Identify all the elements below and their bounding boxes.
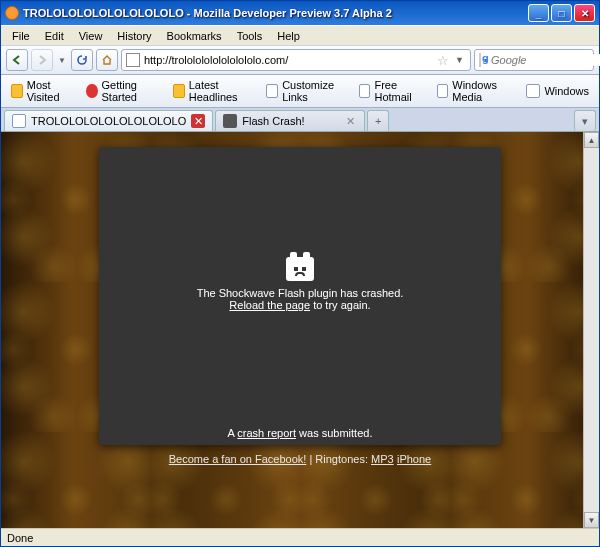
- crash-reload-line: Reload the page to try again.: [197, 299, 404, 311]
- rss-icon: [173, 84, 185, 98]
- bookmark-customize-links[interactable]: Customize Links: [261, 77, 352, 105]
- plugin-crash-notice: The Shockwave Flash plugin has crashed. …: [99, 147, 501, 445]
- title-bar[interactable]: TROLOLOLOLOLOLOLOLOLO - Mozilla Develope…: [1, 1, 599, 25]
- scroll-down-button[interactable]: ▼: [584, 512, 599, 528]
- url-dropdown-icon[interactable]: ▼: [453, 55, 466, 65]
- bookmark-star-icon[interactable]: ☆: [433, 53, 453, 68]
- reload-button[interactable]: [71, 49, 93, 71]
- nav-toolbar: ▼ ☆ ▼ ▾: [1, 45, 599, 75]
- tab-trololo[interactable]: TROLOLOLOLOLOLOLOLOLO ✕: [4, 110, 213, 131]
- tab-close-icon[interactable]: ✕: [191, 114, 205, 128]
- facebook-fan-link[interactable]: Become a fan on Facebook!: [169, 453, 307, 465]
- firefox-icon: [5, 6, 19, 20]
- scroll-track[interactable]: [584, 148, 599, 512]
- home-button[interactable]: [96, 49, 118, 71]
- bookmarks-toolbar: Most Visited Getting Started Latest Head…: [1, 75, 599, 108]
- menu-history[interactable]: History: [110, 28, 158, 44]
- ringtone-iphone-link[interactable]: iPhone: [397, 453, 431, 465]
- new-tab-button[interactable]: +: [367, 110, 389, 131]
- page-icon: [12, 114, 26, 128]
- menu-file[interactable]: File: [5, 28, 37, 44]
- nav-dropdown-icon[interactable]: ▼: [56, 56, 68, 65]
- bookmark-label: Getting Started: [102, 79, 162, 103]
- plugin-icon: [223, 114, 237, 128]
- browser-window: TROLOLOLOLOLOLOLOLOLO - Mozilla Develope…: [0, 0, 600, 547]
- bookmark-latest-headlines[interactable]: Latest Headlines: [168, 77, 260, 105]
- crash-suffix: to try again.: [310, 299, 371, 311]
- content-area: The Shockwave Flash plugin has crashed. …: [1, 132, 599, 528]
- bookmark-label: Latest Headlines: [189, 79, 256, 103]
- page-icon: [266, 84, 278, 98]
- back-button[interactable]: [6, 49, 28, 71]
- tab-close-icon[interactable]: ✕: [343, 114, 357, 128]
- bookmark-windows-media[interactable]: Windows Media: [432, 77, 521, 105]
- page-icon: [526, 84, 540, 98]
- search-input[interactable]: [491, 54, 600, 66]
- menu-help[interactable]: Help: [270, 28, 307, 44]
- vertical-scrollbar[interactable]: ▲ ▼: [583, 132, 599, 528]
- bookmark-getting-started[interactable]: Getting Started: [81, 77, 167, 105]
- ringtones-label: Ringtones:: [315, 453, 371, 465]
- forward-button[interactable]: [31, 49, 53, 71]
- firefox-small-icon: [86, 84, 97, 98]
- tab-label: TROLOLOLOLOLOLOLOLOLO: [31, 115, 186, 127]
- tab-label: Flash Crash!: [242, 115, 304, 127]
- page-icon: [126, 53, 140, 67]
- crash-report-link[interactable]: crash report: [237, 427, 296, 439]
- page-icon: [437, 84, 449, 98]
- window-title: TROLOLOLOLOLOLOLOLOLO - Mozilla Develope…: [23, 7, 528, 19]
- minimize-button[interactable]: _: [528, 4, 549, 22]
- scroll-up-button[interactable]: ▲: [584, 132, 599, 148]
- search-box[interactable]: ▾: [474, 49, 594, 71]
- bookmark-label: Customize Links: [282, 79, 348, 103]
- sad-plugin-icon: [286, 257, 314, 281]
- bookmark-free-hotmail[interactable]: Free Hotmail: [354, 77, 431, 105]
- crash-message: The Shockwave Flash plugin has crashed.: [197, 287, 404, 299]
- bookmark-label: Windows Media: [452, 79, 515, 103]
- menu-bar: File Edit View History Bookmarks Tools H…: [1, 25, 599, 45]
- status-text: Done: [7, 532, 33, 544]
- menu-tools[interactable]: Tools: [230, 28, 270, 44]
- page-icon: [359, 84, 371, 98]
- ringtone-mp3-link[interactable]: MP3: [371, 453, 394, 465]
- page-footer-links: Become a fan on Facebook! | Ringtones: M…: [1, 452, 599, 466]
- list-tabs-button[interactable]: ▾: [574, 110, 596, 131]
- url-bar[interactable]: ☆ ▼: [121, 49, 471, 71]
- bookmark-label: Most Visited: [27, 79, 75, 103]
- crash-report-line: A crash report was submitted.: [222, 421, 379, 445]
- tab-strip: TROLOLOLOLOLOLOLOLOLO ✕ Flash Crash! ✕ +…: [1, 108, 599, 132]
- close-button[interactable]: ✕: [574, 4, 595, 22]
- folder-icon: [11, 84, 23, 98]
- url-input[interactable]: [144, 54, 433, 66]
- bookmark-label: Windows: [544, 85, 589, 97]
- tab-flash-crash[interactable]: Flash Crash! ✕: [215, 110, 365, 131]
- maximize-button[interactable]: □: [551, 4, 572, 22]
- menu-edit[interactable]: Edit: [38, 28, 71, 44]
- menu-bookmarks[interactable]: Bookmarks: [160, 28, 229, 44]
- menu-view[interactable]: View: [72, 28, 110, 44]
- bookmark-most-visited[interactable]: Most Visited: [6, 77, 80, 105]
- bookmark-label: Free Hotmail: [374, 79, 425, 103]
- google-icon: [479, 53, 481, 67]
- bookmark-windows[interactable]: Windows: [521, 82, 594, 100]
- reload-page-link[interactable]: Reload the page: [229, 299, 310, 311]
- status-bar: Done: [1, 528, 599, 546]
